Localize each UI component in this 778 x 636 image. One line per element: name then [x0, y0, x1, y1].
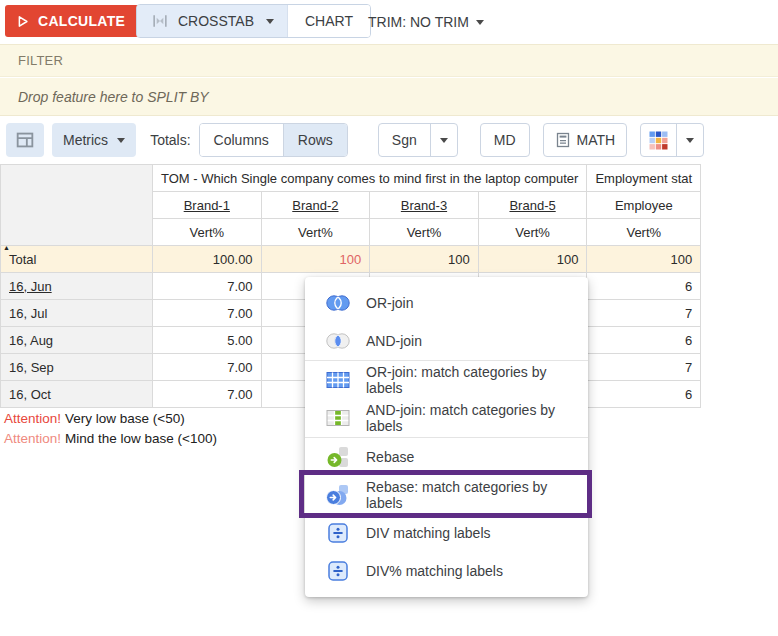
- row-label[interactable]: 16, Sep: [1, 354, 153, 381]
- math-button[interactable]: MATH: [543, 123, 628, 157]
- sgn-dropdown-arrow[interactable]: [430, 124, 457, 156]
- cell: 6: [587, 273, 701, 300]
- totals-rows-button[interactable]: Rows: [283, 124, 347, 156]
- cell-low-base: 100: [261, 246, 370, 273]
- totals-label: Totals:: [150, 132, 190, 148]
- cell: 100: [587, 246, 701, 273]
- menu-item-rebase-match-labels[interactable]: Rebase: match categories by labels: [305, 476, 588, 514]
- table-corner-cell: [1, 165, 153, 246]
- columns-label: Columns: [214, 132, 269, 148]
- join-context-menu: OR-join AND-join OR-join: match categori…: [305, 277, 588, 597]
- warning-very-low-base: Attention!Very low base (<50): [4, 409, 217, 429]
- layout-table-button[interactable]: [6, 123, 44, 157]
- group-header-row: TOM - Which Single company comes to mind…: [1, 165, 701, 192]
- column-header-employee[interactable]: Employee: [587, 192, 701, 219]
- sgn-split-button: Sgn: [378, 123, 458, 157]
- metrics-toolbar: Metrics Totals: Columns Rows Sgn MD MATH: [0, 116, 778, 164]
- menu-item-label: DIV% matching labels: [366, 563, 503, 579]
- menu-item-label: DIV matching labels: [366, 525, 491, 541]
- heatmap-icon: [649, 131, 668, 150]
- row-label[interactable]: 16, Jul: [1, 300, 153, 327]
- base-warnings: Attention!Very low base (<50) Attention!…: [4, 409, 217, 449]
- totals-columns-button[interactable]: Columns: [200, 124, 283, 156]
- column-header-brand-3[interactable]: Brand-3: [370, 192, 479, 219]
- md-button[interactable]: MD: [480, 123, 530, 157]
- calculate-button[interactable]: CALCULATE: [5, 5, 139, 37]
- menu-item-label: Rebase: [366, 449, 414, 465]
- cell: 6: [587, 327, 701, 354]
- chevron-down-icon: [686, 138, 694, 143]
- metrics-label: Metrics: [63, 132, 108, 148]
- div-percent-icon: [325, 561, 351, 581]
- heatmap-button[interactable]: [641, 124, 676, 156]
- rows-label: Rows: [298, 132, 333, 148]
- play-icon: [15, 14, 30, 29]
- menu-item-and-join[interactable]: AND-join: [305, 322, 588, 360]
- menu-item-rebase[interactable]: Rebase: [305, 438, 588, 476]
- metric-label: Vert%: [478, 219, 587, 246]
- calculator-icon: [555, 132, 571, 148]
- calculate-label: CALCULATE: [38, 13, 125, 29]
- cell: 7.00: [153, 354, 262, 381]
- cell: 7: [587, 300, 701, 327]
- row-label[interactable]: 16, Aug: [1, 327, 153, 354]
- warning-low-base: Attention!Mind the low base (<100): [4, 429, 217, 449]
- menu-item-div-percent-matching-labels[interactable]: DIV% matching labels: [305, 552, 588, 590]
- row-label[interactable]: 16, Oct: [1, 381, 153, 408]
- column-header-brand-5[interactable]: Brand-5: [478, 192, 587, 219]
- group-header-employment: Employment stat: [587, 165, 701, 192]
- cell: 5.00: [153, 327, 262, 354]
- group-header-tom: TOM - Which Single company comes to mind…: [153, 165, 587, 192]
- filter-drop-zone[interactable]: FILTER: [0, 44, 778, 77]
- metric-label: Vert%: [153, 219, 262, 246]
- table-row-total: ▲ Total 100.00 100 100 100 100: [1, 246, 701, 273]
- trim-dropdown[interactable]: TRIM: NO TRIM: [368, 0, 484, 44]
- rebase-icon: [325, 446, 351, 468]
- row-label-total[interactable]: ▲ Total: [1, 246, 153, 273]
- math-label: MATH: [577, 132, 616, 148]
- row-label[interactable]: 16, Jun: [1, 273, 153, 300]
- cell: 7.00: [153, 273, 262, 300]
- menu-item-or-join-match-labels[interactable]: OR-join: match categories by labels: [305, 361, 588, 399]
- or-join-venn-icon: [325, 294, 351, 312]
- heatmap-dropdown-arrow[interactable]: [676, 124, 703, 156]
- table-layout-icon: [14, 129, 36, 151]
- chart-label: CHART: [305, 13, 353, 29]
- crosstab-view-button[interactable]: CROSSTAB: [137, 5, 287, 37]
- sgn-button[interactable]: Sgn: [379, 124, 430, 156]
- metrics-dropdown[interactable]: Metrics: [52, 123, 136, 157]
- chart-view-button[interactable]: CHART: [287, 5, 370, 37]
- cell: 7.00: [153, 300, 262, 327]
- split-by-drop-zone[interactable]: Drop feature here to SPLIT BY: [0, 78, 778, 116]
- and-join-table-icon: [325, 409, 351, 427]
- sgn-label: Sgn: [392, 132, 417, 148]
- chevron-down-icon: [440, 138, 448, 143]
- attention-prefix: Attention!: [4, 411, 61, 426]
- column-header-brand-2[interactable]: Brand-2: [261, 192, 370, 219]
- view-switch-group: CROSSTAB CHART: [136, 4, 371, 38]
- menu-item-or-join[interactable]: OR-join: [305, 284, 588, 322]
- warning-text: Mind the low base (<100): [65, 431, 217, 446]
- attention-prefix: Attention!: [4, 431, 61, 446]
- menu-item-label: OR-join: [366, 295, 413, 311]
- chevron-down-icon: [476, 20, 484, 25]
- menu-item-div-matching-labels[interactable]: DIV matching labels: [305, 514, 588, 552]
- cell: 6: [587, 381, 701, 408]
- warning-text: Very low base (<50): [65, 411, 185, 426]
- top-toolbar: CALCULATE CROSSTAB CHART TRIM: NO TRIM: [0, 0, 778, 44]
- cell: 7.00: [153, 381, 262, 408]
- split-by-placeholder: Drop feature here to SPLIT BY: [18, 89, 209, 105]
- total-label: Total: [9, 252, 36, 267]
- menu-item-label: Rebase: match categories by labels: [366, 479, 576, 511]
- menu-item-and-join-match-labels[interactable]: AND-join: match categories by labels: [305, 399, 588, 437]
- totals-toggle-group: Columns Rows: [199, 123, 348, 157]
- sort-ascending-icon: ▲: [3, 246, 10, 253]
- menu-item-label: OR-join: match categories by labels: [366, 364, 576, 396]
- cell: 100.00: [153, 246, 262, 273]
- column-header-brand-1[interactable]: Brand-1: [153, 192, 262, 219]
- chevron-down-icon: [266, 19, 274, 24]
- heatmap-split-button: [640, 123, 704, 157]
- menu-item-label: AND-join: match categories by labels: [366, 402, 576, 434]
- md-label: MD: [494, 132, 516, 148]
- or-join-table-icon: [325, 371, 351, 389]
